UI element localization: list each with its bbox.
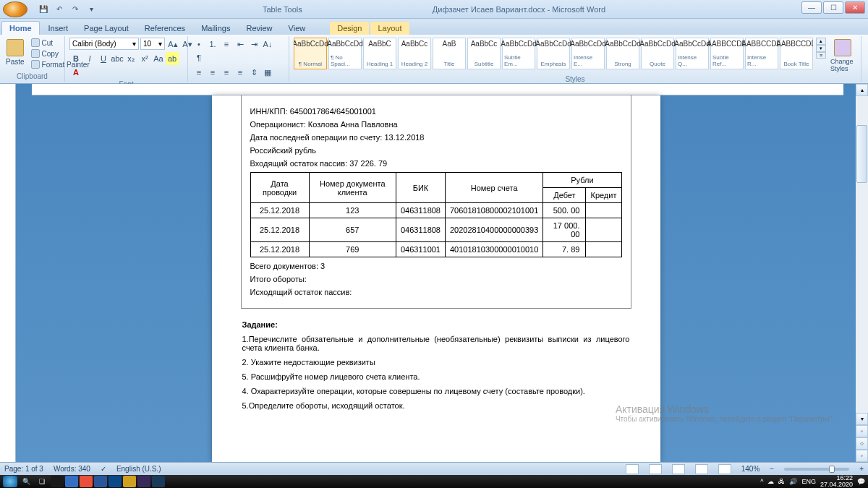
search-icon[interactable]: 🔍	[19, 476, 33, 487]
underline-button[interactable]: U	[97, 52, 110, 65]
view-draft-button[interactable]	[718, 464, 731, 474]
task-4[interactable]: 4. Охарактеризуйте операции, которые сов…	[242, 387, 630, 395]
chevron-down-icon[interactable]: ▾	[85, 4, 97, 15]
tab-insert[interactable]: Insert	[41, 22, 76, 35]
view-web-button[interactable]	[672, 464, 685, 474]
next-page-button[interactable]: ◦	[856, 450, 868, 462]
scroll-thumb[interactable]	[856, 125, 867, 183]
style-item[interactable]: AaBbCcSubtitle	[467, 38, 501, 69]
indent-button[interactable]: ⇥	[247, 38, 260, 51]
text-currency[interactable]: Российский рубль	[250, 146, 622, 155]
change-styles-button[interactable]: Change Styles	[829, 38, 856, 74]
align-center-button[interactable]: ≡	[206, 66, 219, 79]
taskbar-app-other1[interactable]	[109, 476, 122, 487]
tasks-heading[interactable]: Задание:	[242, 320, 630, 329]
shading-button[interactable]: ▦	[261, 66, 274, 79]
th-date[interactable]: Дата проводки	[250, 173, 309, 203]
style-item[interactable]: AABBCCDDSubtle Ref...	[710, 38, 744, 69]
style-item[interactable]: AaBbCcDdSubtle Em...	[502, 38, 535, 69]
prev-page-button[interactable]: ◦	[856, 425, 868, 437]
taskbar-app-steam[interactable]	[51, 476, 64, 487]
tray-notifications-icon[interactable]: 💬	[857, 478, 865, 485]
style-item[interactable]: AaBbCcDd¶ Normal	[294, 38, 327, 69]
taskbar-app-photoshop[interactable]	[152, 476, 165, 487]
sort-button[interactable]: A↓	[261, 38, 274, 51]
maximize-button[interactable]: ☐	[823, 1, 843, 14]
dedent-button[interactable]: ⇤	[234, 38, 247, 51]
line-spacing-button[interactable]: ⇕	[247, 66, 260, 79]
style-item[interactable]: AABBCCDDBook Title	[780, 38, 813, 69]
style-item[interactable]: AaBTitle	[433, 38, 466, 69]
style-item[interactable]: AaBbCcDd¶ No Spaci...	[328, 38, 362, 69]
bullets-button[interactable]: •	[192, 38, 205, 51]
th-account[interactable]: Номер счета	[445, 173, 542, 203]
highlight-button[interactable]: ab	[166, 52, 179, 65]
th-docnum[interactable]: Номер документа клиента	[309, 173, 396, 203]
style-item[interactable]: AaBbCcDdIntense E...	[571, 38, 605, 69]
clear-format-button[interactable]: Aa	[152, 52, 165, 65]
zoom-level[interactable]: 140%	[741, 465, 760, 473]
tab-table-layout[interactable]: Layout	[370, 22, 409, 35]
style-item[interactable]: AaBbCcHeading 2	[398, 38, 431, 69]
tab-table-design[interactable]: Design	[330, 22, 369, 35]
tray-cloud-icon[interactable]: ☁	[767, 478, 774, 485]
gallery-more-button[interactable]: ≡	[816, 52, 826, 59]
gallery-down-button[interactable]: ▾	[816, 45, 826, 52]
th-bik[interactable]: БИК	[396, 173, 445, 203]
taskbar-app-explorer[interactable]	[65, 476, 78, 487]
show-marks-button[interactable]: ¶	[192, 51, 205, 64]
status-page[interactable]: Page: 1 of 3	[4, 465, 43, 473]
style-item[interactable]: AaBbCHeading 1	[363, 38, 396, 69]
strike-button[interactable]: abc	[111, 52, 124, 65]
style-item[interactable]: AaBbCcDdIntense Q...	[676, 38, 709, 69]
font-color-button[interactable]: A	[69, 66, 82, 79]
text-total-docs[interactable]: Всего документов: 3	[250, 262, 622, 270]
styles-gallery[interactable]: AaBbCcDd¶ NormalAaBbCcDd¶ No Spaci...AaB…	[294, 38, 813, 69]
align-left-button[interactable]: ≡	[192, 66, 205, 79]
tray-up-icon[interactable]: ^	[760, 478, 763, 485]
ruler-horizontal[interactable]	[32, 84, 843, 95]
scroll-down-button[interactable]: ▾	[856, 413, 868, 425]
style-item[interactable]: AABBCCDDIntense R...	[745, 38, 778, 69]
browse-object-button[interactable]: ○	[856, 437, 868, 450]
minimize-button[interactable]: —	[801, 1, 822, 14]
vertical-scrollbar[interactable]: ▴ ▾ ◦ ○ ◦	[856, 84, 868, 462]
tab-review[interactable]: Review	[239, 22, 279, 35]
tab-view[interactable]: View	[281, 22, 313, 35]
status-words[interactable]: Words: 340	[54, 465, 90, 473]
redo-icon[interactable]: ↷	[69, 4, 81, 15]
taskbar-app-chrome[interactable]	[80, 476, 93, 487]
task-5[interactable]: 5.Определите обороты, исходящий остаток.	[242, 401, 630, 410]
start-button[interactable]	[3, 476, 17, 487]
taskbar-app-premiere[interactable]	[137, 476, 150, 487]
zoom-out-button[interactable]: −	[770, 465, 774, 473]
subscript-button[interactable]: x₂	[124, 52, 137, 65]
status-proof-icon[interactable]: ✓	[101, 465, 106, 473]
view-full-screen-button[interactable]	[649, 464, 662, 474]
undo-icon[interactable]: ↶	[54, 4, 65, 15]
style-item[interactable]: AaBbCcDdStrong	[606, 38, 639, 69]
th-credit[interactable]: Кредит	[586, 188, 621, 203]
zoom-slider[interactable]	[784, 468, 849, 471]
text-incoming[interactable]: Входящий остаток пассив: 37 226. 79	[250, 159, 622, 168]
tray-volume-icon[interactable]: 🔊	[789, 478, 797, 485]
align-right-button[interactable]: ≡	[220, 66, 233, 79]
table-row[interactable]: 25.12.2018769046311001401018103000000100…	[250, 242, 621, 257]
style-item[interactable]: AaBbCcDdEmphasis	[537, 38, 570, 69]
task-view-icon[interactable]: ❏	[35, 476, 49, 487]
th-debit[interactable]: Дебет	[543, 188, 586, 203]
superscript-button[interactable]: x²	[138, 52, 151, 65]
taskbar-app-other2[interactable]	[123, 476, 136, 487]
task-3[interactable]: 5. Расшифруйте номер лицевого счета клие…	[242, 372, 630, 381]
numbering-button[interactable]: 1.	[206, 38, 219, 51]
text-outgoing[interactable]: Исходящий остаток пассив:	[250, 288, 622, 296]
transactions-table[interactable]: Дата проводки Номер документа клиента БИ…	[250, 172, 622, 257]
task-1[interactable]: 1.Перечислите обязательные и дополнитель…	[242, 335, 630, 352]
th-rubles[interactable]: Рубли	[543, 173, 621, 188]
ruler-vertical[interactable]	[0, 84, 16, 462]
taskbar-app-word[interactable]	[94, 476, 107, 487]
status-language[interactable]: English (U.S.)	[116, 465, 161, 473]
zoom-in-button[interactable]: +	[859, 465, 864, 473]
grow-font-button[interactable]: A▴	[166, 38, 179, 51]
tray-language[interactable]: ENG	[801, 478, 816, 485]
